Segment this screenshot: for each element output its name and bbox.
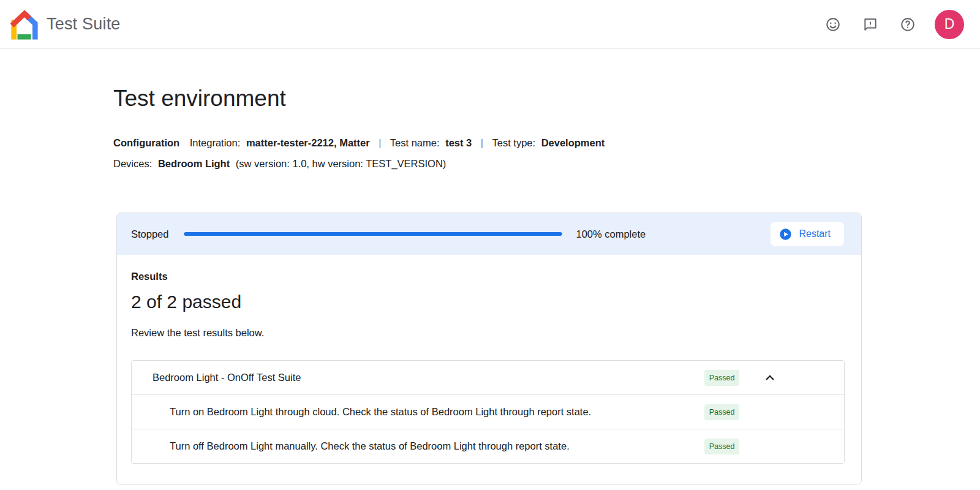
results-subtitle: Review the test results below. — [131, 327, 845, 339]
help-icon — [900, 17, 916, 32]
devices-detail: (sw version: 1.0, hw version: TEST_VERSI… — [236, 158, 447, 169]
results-table: Bedroom Light - OnOff Test Suite Passed — [131, 360, 845, 464]
chevron-up-icon — [763, 371, 777, 385]
status-badge: Passed — [704, 439, 739, 454]
restart-button-label: Restart — [799, 228, 831, 239]
main-content: Test environment Configuration Integrati… — [0, 86, 980, 485]
result-row-label: Turn on Bedroom Light through cloud. Che… — [170, 406, 704, 418]
integration-value: matter-tester-2212, Matter — [246, 137, 370, 148]
app-logo[interactable]: Test Suite — [10, 9, 121, 40]
avatar[interactable]: D — [935, 10, 964, 39]
home-logo-icon — [10, 9, 39, 40]
separator: | — [379, 137, 381, 148]
test-run-card: Stopped 100% complete Restart Results 2 … — [116, 213, 862, 485]
help-button[interactable] — [895, 12, 920, 37]
test-type-label: Test type: — [492, 137, 535, 148]
progress-header: Stopped 100% complete Restart — [117, 213, 861, 255]
configuration-summary: Configuration Integration: matter-tester… — [113, 132, 980, 174]
result-row-case[interactable]: Turn off Bedroom Light manually. Check t… — [132, 429, 844, 463]
progress-bar — [184, 232, 562, 236]
collapse-button[interactable] — [759, 367, 781, 389]
result-row-case[interactable]: Turn on Bedroom Light through cloud. Che… — [132, 394, 844, 429]
results-title: Results — [131, 271, 845, 282]
devices-label: Devices: — [113, 158, 152, 169]
test-name-label: Test name: — [390, 137, 440, 148]
integration-label: Integration: — [190, 137, 241, 148]
run-status-label: Stopped — [131, 228, 168, 240]
test-type-value: Development — [541, 137, 605, 148]
page-title: Test environment — [113, 86, 980, 111]
chevron-cell — [739, 367, 844, 389]
status-badge: Passed — [704, 404, 739, 420]
results-section: Results 2 of 2 passed Review the test re… — [117, 255, 861, 484]
header-actions: D — [821, 10, 964, 39]
smiley-icon — [825, 17, 841, 32]
result-row-label: Bedroom Light - OnOff Test Suite — [153, 372, 704, 383]
progress-bar-fill — [184, 232, 562, 236]
result-row-label: Turn off Bedroom Light manually. Check t… — [170, 440, 704, 452]
devices-line: Devices: Bedroom Light (sw version: 1.0,… — [113, 153, 980, 174]
app-title: Test Suite — [47, 15, 121, 34]
play-icon — [779, 228, 792, 241]
separator: | — [481, 137, 483, 148]
feedback-icon — [862, 17, 878, 32]
configuration-label: Configuration — [113, 137, 179, 148]
feedback-button[interactable] — [858, 12, 883, 37]
results-summary: 2 of 2 passed — [131, 292, 845, 312]
result-row-suite[interactable]: Bedroom Light - OnOff Test Suite Passed — [132, 361, 844, 394]
progress-percent-label: 100% complete — [576, 228, 646, 240]
devices-value: Bedroom Light — [158, 158, 230, 169]
restart-button[interactable]: Restart — [771, 222, 844, 246]
emoji-feedback-button[interactable] — [821, 12, 845, 37]
app-header: Test Suite — [0, 0, 980, 49]
test-name-value: test 3 — [445, 137, 472, 148]
status-badge: Passed — [704, 370, 739, 386]
configuration-line: Configuration Integration: matter-tester… — [113, 132, 980, 153]
